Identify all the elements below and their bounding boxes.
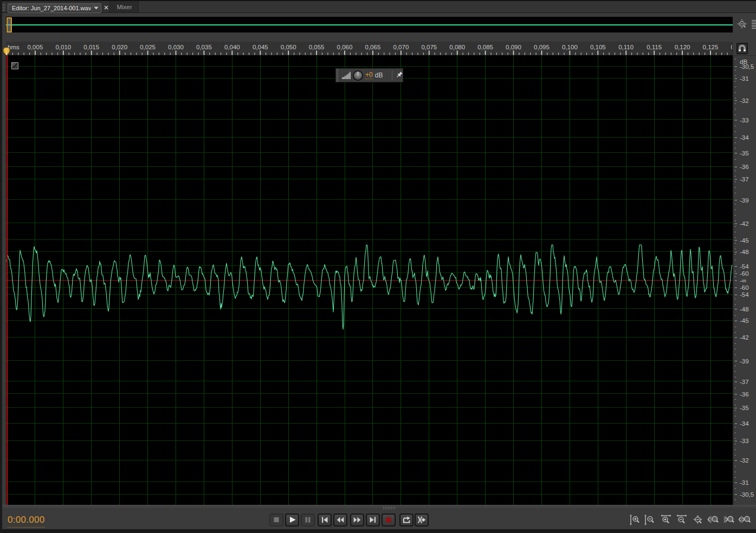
db-scale-label: -39 bbox=[740, 197, 749, 203]
ruler-time-label: 0,100 bbox=[562, 44, 578, 50]
db-scale-label: -37 bbox=[740, 177, 749, 183]
db-scale-label: -32 bbox=[740, 458, 749, 464]
db-scale-label: -60 bbox=[740, 270, 749, 276]
rewind-button[interactable] bbox=[333, 514, 347, 526]
db-scale-label: -54 bbox=[740, 263, 749, 269]
db-scale-label: -54 bbox=[740, 292, 749, 298]
db-scale-label: -32 bbox=[740, 98, 749, 103]
zoom-out-full-icon[interactable] bbox=[736, 18, 748, 30]
overview-navigator[interactable] bbox=[6, 17, 733, 32]
zoom-in-horizontal-icon[interactable] bbox=[660, 514, 672, 526]
hud-grip-icon[interactable] bbox=[336, 69, 339, 82]
db-scale-label: -48 bbox=[740, 249, 749, 255]
timeline-ruler-row: hms 0,0050,0100,0150,0200,0250,0300,0350… bbox=[2, 42, 756, 55]
ruler-time-label: 0,120 bbox=[675, 44, 690, 50]
volume-bars-icon bbox=[342, 72, 351, 79]
hud-gain-value[interactable]: +0 bbox=[365, 72, 373, 79]
skip-to-start-button[interactable] bbox=[318, 514, 332, 526]
tab-editor-label: Editor: Jun_27_2014-001.wav bbox=[8, 5, 91, 11]
ruler-time-label: 0,130 bbox=[731, 44, 733, 50]
window-left-edge bbox=[0, 0, 2, 533]
navigator-zoom-thumb[interactable] bbox=[7, 17, 12, 32]
tab-mixer-label: Mixer bbox=[117, 4, 132, 10]
ruler-time-label: 0,005 bbox=[28, 44, 43, 50]
db-scale-label: -42 bbox=[740, 335, 749, 341]
ruler-time-label: 0,035 bbox=[196, 44, 212, 50]
pause-button[interactable] bbox=[301, 514, 315, 526]
hud-gain-unit: dB bbox=[375, 72, 383, 79]
playhead-marker[interactable] bbox=[3, 47, 10, 56]
ruler-time-label: 0,025 bbox=[140, 44, 156, 50]
zoom-in-vertical-icon[interactable] bbox=[629, 514, 641, 526]
ruler-time-label: 0,050 bbox=[281, 44, 296, 50]
loop-playback-button[interactable] bbox=[399, 514, 413, 526]
zoom-to-in-point-icon[interactable] bbox=[707, 514, 719, 526]
ruler-time-label: 0,115 bbox=[647, 44, 662, 50]
db-scale-label: -∞ bbox=[740, 278, 746, 284]
tab-bar-empty-area bbox=[139, 1, 756, 12]
ruler-time-label: 0,020 bbox=[112, 44, 127, 50]
panel-divider[interactable] bbox=[2, 505, 756, 510]
skip-to-end-button[interactable] bbox=[366, 514, 380, 526]
db-scale-label: -37 bbox=[740, 379, 749, 385]
waveform-plot bbox=[6, 55, 733, 505]
ruler-time-label: 0,090 bbox=[506, 44, 521, 50]
time-display[interactable]: 0:00.000 bbox=[8, 515, 45, 528]
db-scale-label: -45 bbox=[740, 237, 749, 243]
ruler-time-label: 0,015 bbox=[83, 44, 99, 50]
db-scale-label: -31 bbox=[740, 479, 749, 485]
overview-waveform-line bbox=[6, 24, 733, 25]
hud-separator bbox=[392, 70, 392, 80]
zoom-to-out-point-icon[interactable] bbox=[723, 514, 735, 526]
skip-selection-button[interactable] bbox=[415, 514, 429, 526]
zoom-to-selection-icon[interactable] bbox=[739, 514, 751, 526]
waveform-display[interactable]: +0 dB bbox=[6, 55, 733, 505]
record-button[interactable] bbox=[382, 514, 396, 526]
panel-grip-icon[interactable] bbox=[2, 4, 5, 11]
zoom-out-full-bottom-icon[interactable] bbox=[692, 514, 704, 526]
ruler-time-label: 0,095 bbox=[534, 44, 550, 50]
tab-editor[interactable]: Editor: Jun_27_2014-001.wav bbox=[8, 3, 101, 13]
db-scale-label: -39 bbox=[740, 358, 749, 364]
ruler-time-label: 0,125 bbox=[703, 44, 719, 50]
fast-forward-button[interactable] bbox=[350, 514, 364, 526]
db-scale-label: -30,5 bbox=[740, 492, 754, 498]
divider-grip-icon[interactable] bbox=[383, 506, 396, 509]
panel-menu-icon[interactable] bbox=[752, 20, 756, 28]
tab-dropdown-icon[interactable] bbox=[92, 6, 101, 10]
db-scale-label: -36 bbox=[740, 164, 749, 170]
ruler-time-label: 0,085 bbox=[477, 44, 493, 50]
volume-hud[interactable]: +0 dB bbox=[335, 68, 403, 82]
scale-edge bbox=[733, 56, 734, 505]
panel-tab-bar: Editor: Jun_27_2014-001.wav Mixer bbox=[0, 1, 756, 13]
ruler-time-label: 0,105 bbox=[590, 44, 606, 50]
db-scale-label: -34 bbox=[740, 135, 749, 141]
pin-icon[interactable] bbox=[395, 72, 403, 79]
stop-button[interactable] bbox=[269, 514, 283, 526]
tab-mixer[interactable]: Mixer bbox=[109, 1, 139, 12]
audition-editor-window: Editor: Jun_27_2014-001.wav Mixer bbox=[0, 0, 756, 533]
ruler-time-label: 0,070 bbox=[393, 44, 409, 50]
tab-close-icon[interactable] bbox=[102, 4, 110, 11]
ruler-time-label: 0,045 bbox=[253, 44, 268, 50]
db-scale-label: -34 bbox=[740, 421, 749, 427]
db-scale-label: -33 bbox=[740, 438, 749, 444]
volume-knob[interactable] bbox=[354, 72, 362, 80]
transport-bar: 0:00.000 bbox=[2, 510, 756, 529]
timeline-ruler[interactable]: hms 0,0050,0100,0150,0200,0250,0300,0350… bbox=[6, 42, 733, 55]
db-scale-label: -30,5 bbox=[740, 64, 754, 70]
db-scale-label: -45 bbox=[740, 318, 749, 324]
db-scale-label: -31 bbox=[740, 76, 749, 82]
ruler-time-label: 0,080 bbox=[449, 44, 465, 50]
zoom-out-vertical-icon[interactable] bbox=[644, 514, 656, 526]
snap-magnet-button[interactable] bbox=[736, 43, 748, 54]
scale-mode-toggle[interactable] bbox=[11, 62, 18, 69]
db-scale-label: -33 bbox=[740, 117, 749, 123]
play-button[interactable] bbox=[285, 514, 299, 526]
db-scale-label: -48 bbox=[740, 306, 749, 312]
zoom-out-horizontal-icon[interactable] bbox=[676, 514, 688, 526]
ruler-time-label: 0,065 bbox=[365, 44, 381, 50]
db-scale-label: -35 bbox=[740, 150, 749, 156]
amplitude-db-scale[interactable]: dB -30,5-31-32-33-34-35-36-37-39-42-45-4… bbox=[733, 55, 756, 505]
ruler-time-label: 0,060 bbox=[337, 44, 353, 50]
